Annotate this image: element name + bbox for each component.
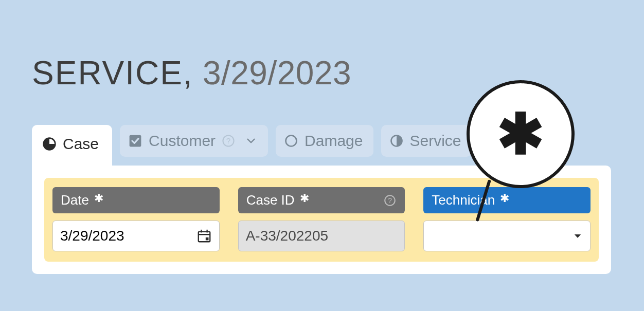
pie-icon: [42, 137, 57, 151]
circle-half-icon: [389, 134, 404, 148]
required-asterisk-icon: ✱: [300, 192, 309, 205]
label-text: Case ID: [246, 192, 295, 208]
tab-label: Service: [410, 132, 461, 150]
label-text: Date: [61, 192, 89, 208]
checkbox-checked-icon: [128, 134, 142, 148]
label-text: Technician: [432, 192, 495, 208]
required-highlight: Date ✱ Case ID ✱: [44, 178, 599, 262]
field-label-date: Date ✱: [52, 187, 220, 213]
tab-customer[interactable]: Customer ?: [120, 125, 268, 157]
asterisk-icon: ✱: [497, 106, 544, 162]
chevron-down-icon: [244, 134, 258, 148]
tab-label: Customer: [149, 132, 216, 150]
field-technician: Technician ✱: [423, 187, 591, 251]
tab-service[interactable]: Service: [381, 125, 472, 157]
required-asterisk-icon: ✱: [500, 192, 509, 205]
svg-text:?: ?: [388, 196, 392, 204]
case-id-text: A-33/202205: [246, 228, 328, 244]
date-input[interactable]: [60, 228, 196, 244]
technician-select[interactable]: [423, 221, 591, 251]
dropdown-caret-icon: [573, 231, 583, 241]
tabstrip: Case Customer ? Damage: [32, 125, 472, 168]
svg-rect-10: [205, 237, 208, 241]
field-label-case-id: Case ID ✱ ?: [238, 187, 405, 213]
title-date: 3/29/2023: [203, 54, 351, 92]
form-panel: Date ✱ Case ID ✱: [32, 166, 611, 274]
svg-point-4: [286, 136, 297, 147]
tab-damage[interactable]: Damage: [276, 125, 373, 157]
tab-label: Case: [63, 135, 99, 153]
svg-rect-1: [130, 135, 141, 147]
field-case-id: Case ID ✱ ? A-33/202205: [238, 187, 405, 251]
field-label-technician: Technician ✱: [423, 187, 591, 213]
date-input-wrap[interactable]: [52, 221, 220, 251]
calendar-icon[interactable]: [196, 228, 212, 244]
required-asterisk-icon: ✱: [94, 192, 103, 205]
field-date: Date ✱: [52, 187, 220, 251]
svg-text:?: ?: [226, 137, 230, 145]
help-icon[interactable]: ?: [383, 194, 397, 207]
tab-label: Damage: [305, 132, 363, 150]
case-id-value: A-33/202205: [238, 221, 405, 251]
page-title: SERVICE, 3/29/2023: [32, 54, 351, 92]
help-icon: ?: [222, 134, 235, 148]
title-prefix: SERVICE,: [32, 54, 193, 92]
circle-empty-icon: [284, 134, 298, 148]
tab-case[interactable]: Case: [32, 125, 112, 168]
